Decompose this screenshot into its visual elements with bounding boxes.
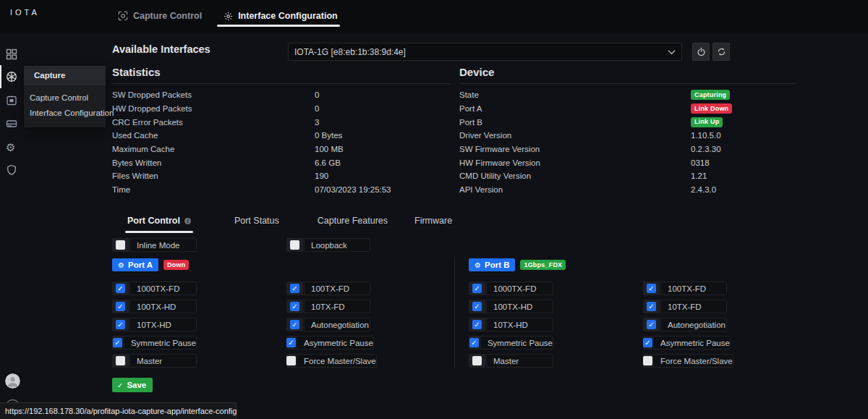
checkbox-label: Autonegotiation bbox=[660, 318, 727, 331]
capture-aperture-icon[interactable] bbox=[6, 71, 17, 82]
statistics-title: Statistics bbox=[112, 66, 450, 84]
checkbox[interactable] bbox=[469, 338, 479, 347]
tab-capture-features[interactable]: Capture Features bbox=[315, 216, 390, 233]
checkbox-label: Autonegotiation bbox=[304, 318, 370, 331]
port-sections-divider bbox=[454, 257, 455, 368]
checkbox[interactable] bbox=[643, 338, 652, 347]
checkbox[interactable] bbox=[290, 302, 299, 311]
checkbox-field: Symmetric Pause bbox=[469, 336, 553, 350]
power-button[interactable] bbox=[692, 43, 710, 61]
checkbox-cell bbox=[112, 318, 129, 331]
checkbox[interactable] bbox=[647, 302, 656, 311]
checkbox-field: 100TX-FD bbox=[286, 282, 370, 295]
checkbox-label: Loopback bbox=[304, 238, 370, 252]
info-icon[interactable]: i bbox=[184, 218, 191, 224]
checkbox[interactable] bbox=[116, 356, 125, 365]
checkbox[interactable] bbox=[116, 302, 125, 311]
save-button[interactable]: ✓ Save bbox=[112, 378, 153, 392]
user-avatar[interactable] bbox=[5, 373, 20, 389]
checkbox-field: 10TX-FD bbox=[643, 300, 727, 313]
checkbox[interactable] bbox=[286, 338, 296, 347]
table-row: CRC Error Packets3 bbox=[112, 115, 450, 129]
tab-interface-configuration[interactable]: Interface Configuration bbox=[224, 11, 338, 21]
checkbox[interactable] bbox=[113, 338, 122, 347]
port-a-status-badge: Down bbox=[163, 260, 189, 270]
inline-mode-checkbox[interactable] bbox=[116, 240, 125, 250]
checkbox[interactable] bbox=[290, 320, 299, 329]
active-tab-indicator bbox=[217, 25, 340, 27]
available-interfaces-label: Available Interfaces bbox=[112, 43, 210, 55]
storage-drive-icon[interactable] bbox=[6, 118, 17, 130]
apps-grid-icon[interactable] bbox=[6, 48, 17, 60]
top-bar: IOTA Capture Control bbox=[0, 0, 868, 33]
active-tab-indicator bbox=[125, 231, 193, 233]
checkbox-cell bbox=[643, 282, 660, 295]
tab-capture-control[interactable]: Capture Control bbox=[118, 11, 202, 21]
port-a-options-col2: 100TX-FD 10TX-FD Autonegotiation Asymmet… bbox=[286, 282, 370, 368]
checkbox-cell bbox=[286, 238, 303, 252]
checkbox-cell bbox=[286, 318, 303, 331]
checkbox-label: Inline Mode bbox=[129, 238, 197, 252]
save-label: Save bbox=[127, 381, 146, 389]
tab-label: Interface Configuration bbox=[238, 11, 338, 21]
checkbox-field: 10TX-HD bbox=[469, 318, 553, 331]
tab-port-status[interactable]: Port Status bbox=[232, 216, 281, 233]
checkbox-field: Asymmetric Pause bbox=[286, 336, 370, 350]
settings-gear-icon[interactable]: ⚙ bbox=[6, 141, 17, 153]
checkbox[interactable] bbox=[472, 302, 482, 311]
checkbox[interactable] bbox=[116, 320, 125, 329]
checkbox-field: Autonegotiation bbox=[286, 318, 370, 331]
checkbox-field: Force Master/Slave bbox=[286, 354, 370, 368]
checkbox-label: 1000TX-FD bbox=[486, 282, 553, 295]
checkbox[interactable] bbox=[116, 284, 125, 293]
checkbox-label: 10TX-FD bbox=[304, 300, 370, 313]
checkbox-label: 10TX-HD bbox=[486, 318, 553, 331]
checkbox[interactable] bbox=[643, 356, 652, 365]
port-a-button[interactable]: ⚙ Port A bbox=[112, 258, 158, 271]
top-tab-bar: Capture Control Interface Configuration bbox=[118, 7, 338, 25]
port-a-options-col1: 1000TX-FD 100TX-HD 10TX-HD Symmetric Pau… bbox=[112, 282, 197, 368]
device-rows: StateCapturing Port ALink Down Port BLin… bbox=[459, 88, 796, 197]
port-b-button[interactable]: ⚙ Port B bbox=[469, 258, 515, 271]
loopback-checkbox[interactable] bbox=[290, 240, 299, 250]
capture-icon bbox=[118, 11, 128, 21]
checkbox-label: Master bbox=[486, 354, 553, 368]
checkbox-cell bbox=[469, 300, 485, 313]
checkbox[interactable] bbox=[472, 356, 482, 365]
port-b-options-col2: 100TX-FD 10TX-FD Autonegotiation Asymmet… bbox=[643, 282, 727, 368]
iota-logo[interactable]: IOTA bbox=[10, 8, 40, 17]
checkbox-field: 10TX-HD bbox=[112, 318, 197, 331]
checkbox-cell bbox=[643, 336, 652, 350]
checkbox-label: Symmetric Pause bbox=[480, 336, 553, 350]
statistics-rows: SW Dropped Packets0 HW Dropped Packets0 … bbox=[112, 88, 450, 197]
shield-icon[interactable] bbox=[6, 164, 17, 176]
checkbox[interactable] bbox=[472, 284, 482, 293]
checkbox-cell bbox=[469, 336, 480, 350]
interface-select[interactable]: IOTA-1G [e8:eb:1b:38:9d:4e] bbox=[288, 43, 682, 61]
camera-box-icon[interactable] bbox=[6, 95, 17, 106]
checkbox-cell bbox=[112, 238, 129, 252]
checkbox[interactable] bbox=[647, 320, 656, 329]
checkbox-field: Master bbox=[469, 354, 553, 368]
refresh-button[interactable] bbox=[712, 43, 730, 61]
interface-select-value: IOTA-1G [e8:eb:1b:38:9d:4e] bbox=[294, 47, 668, 57]
checkbox[interactable] bbox=[290, 284, 299, 293]
port-a-header: ⚙ Port A Down bbox=[112, 258, 189, 271]
checkbox-field: Asymmetric Pause bbox=[643, 336, 727, 350]
menu-item-interface-configuration[interactable]: Interface Configuration bbox=[24, 106, 106, 121]
gear-icon bbox=[224, 12, 233, 21]
table-row: HW Dropped Packets0 bbox=[112, 102, 450, 116]
checkbox[interactable] bbox=[472, 320, 482, 329]
menu-item-capture-control[interactable]: Capture Control bbox=[24, 90, 106, 106]
status-badge: Link Down bbox=[691, 103, 732, 114]
checkbox[interactable] bbox=[286, 356, 296, 365]
inline-mode-field: Inline Mode bbox=[112, 238, 197, 252]
menu-header-capture[interactable]: Capture bbox=[24, 66, 106, 85]
tab-label: Port Control bbox=[127, 216, 180, 226]
status-badge: Capturing bbox=[691, 90, 730, 100]
table-row: StateCapturing bbox=[459, 88, 796, 102]
tab-port-control[interactable]: Port Controli bbox=[125, 216, 193, 233]
checkbox-cell bbox=[643, 318, 660, 331]
tab-firmware[interactable]: Firmware bbox=[412, 216, 454, 233]
checkbox[interactable] bbox=[647, 284, 656, 293]
